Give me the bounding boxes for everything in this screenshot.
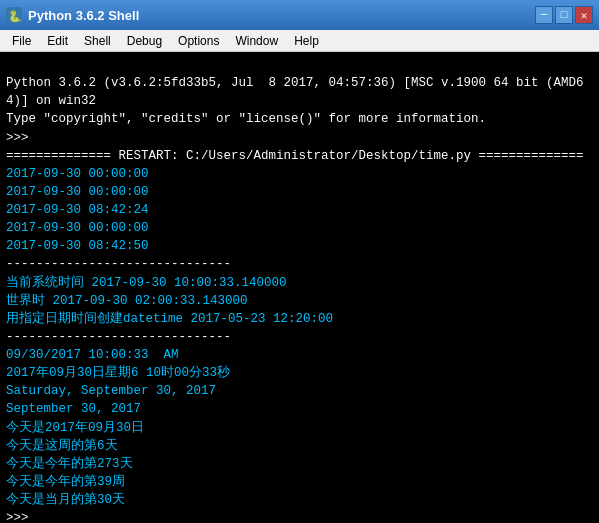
svg-text:🐍: 🐍 — [8, 9, 22, 23]
shell-content[interactable]: Python 3.6.2 (v3.6.2:5fd33b5, Jul 8 2017… — [0, 52, 599, 523]
shell-line: 今天是2017年09月30日 — [6, 419, 593, 437]
shell-line: 2017-09-30 00:00:00 — [6, 183, 593, 201]
menu-item-help[interactable]: Help — [286, 32, 327, 50]
title-controls: ─ □ ✕ — [535, 6, 593, 24]
shell-line: 2017-09-30 00:00:00 — [6, 219, 593, 237]
shell-line: 2017-09-30 08:42:24 — [6, 201, 593, 219]
menu-item-file[interactable]: File — [4, 32, 39, 50]
shell-line: 今天是今年的第39周 — [6, 473, 593, 491]
shell-line: 今天是当月的第30天 — [6, 491, 593, 509]
shell-line: 2017-09-30 08:42:50 — [6, 237, 593, 255]
shell-line: 当前系统时间 2017-09-30 10:00:33.140000 — [6, 274, 593, 292]
shell-line: ============== RESTART: C:/Users/Adminis… — [6, 147, 593, 165]
shell-line: 用指定日期时间创建datetime 2017-05-23 12:20:00 — [6, 310, 593, 328]
shell-line: >>> — [6, 509, 593, 523]
menu-item-shell[interactable]: Shell — [76, 32, 119, 50]
menu-item-options[interactable]: Options — [170, 32, 227, 50]
shell-line: ------------------------------ — [6, 328, 593, 346]
shell-line: Type "copyright", "credits" or "license(… — [6, 110, 593, 128]
shell-line: Python 3.6.2 (v3.6.2:5fd33b5, Jul 8 2017… — [6, 74, 593, 110]
shell-line: September 30, 2017 — [6, 400, 593, 418]
maximize-button[interactable]: □ — [555, 6, 573, 24]
python-icon: 🐍 — [6, 7, 22, 23]
shell-line: 今天是这周的第6天 — [6, 437, 593, 455]
shell-line: 今天是今年的第273天 — [6, 455, 593, 473]
close-button[interactable]: ✕ — [575, 6, 593, 24]
shell-line: ------------------------------ — [6, 255, 593, 273]
title-bar: 🐍 Python 3.6.2 Shell ─ □ ✕ — [0, 0, 599, 30]
window-title: Python 3.6.2 Shell — [28, 8, 139, 23]
title-bar-left: 🐍 Python 3.6.2 Shell — [6, 7, 139, 23]
shell-line: Saturday, September 30, 2017 — [6, 382, 593, 400]
minimize-button[interactable]: ─ — [535, 6, 553, 24]
menu-bar: FileEditShellDebugOptionsWindowHelp — [0, 30, 599, 52]
menu-item-edit[interactable]: Edit — [39, 32, 76, 50]
shell-line: >>> — [6, 129, 593, 147]
menu-item-window[interactable]: Window — [227, 32, 286, 50]
shell-line: 2017年09月30日星期6 10时00分33秒 — [6, 364, 593, 382]
shell-line: 世界时 2017-09-30 02:00:33.143000 — [6, 292, 593, 310]
menu-item-debug[interactable]: Debug — [119, 32, 170, 50]
shell-line: 09/30/2017 10:00:33 AM — [6, 346, 593, 364]
shell-line: 2017-09-30 00:00:00 — [6, 165, 593, 183]
